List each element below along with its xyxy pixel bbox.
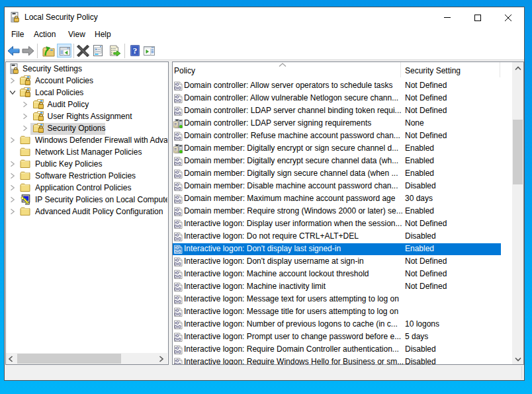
svg-text:?: ? (133, 46, 138, 56)
